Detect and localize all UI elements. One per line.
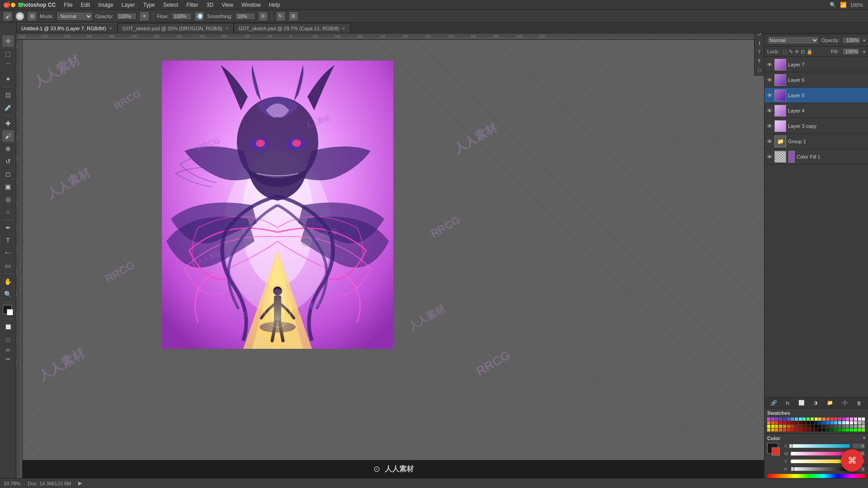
swatch[interactable] (787, 421, 790, 424)
opacity-value[interactable] (842, 37, 860, 44)
swatch[interactable] (799, 428, 802, 432)
zoom-tool[interactable]: 🔍 (2, 288, 14, 300)
foreground-color[interactable] (3, 305, 12, 314)
swatch[interactable] (846, 425, 849, 428)
swatch[interactable] (787, 425, 790, 428)
pen-tool[interactable]: ✒ (2, 222, 14, 234)
layer-link-btn[interactable]: 🔗 (769, 399, 779, 407)
swatch[interactable] (787, 428, 790, 432)
swatch[interactable] (842, 428, 845, 432)
lasso-tool[interactable]: ⌒ (2, 61, 14, 72)
crop-tool[interactable]: ⊡ (2, 89, 14, 101)
swatch[interactable] (791, 421, 794, 424)
swatch[interactable] (838, 418, 841, 421)
menu-filter[interactable]: Filter (183, 1, 202, 9)
menu-window[interactable]: Window (238, 1, 264, 9)
menu-image[interactable]: Image (94, 1, 117, 9)
layer-adjustment-btn[interactable]: ◑ (811, 399, 820, 407)
flow-input[interactable] (171, 13, 192, 20)
swatch[interactable] (787, 418, 790, 421)
channel-m-track[interactable] (791, 452, 850, 455)
swatch[interactable] (822, 428, 826, 432)
tool-preset-picker[interactable]: 🖌 (3, 11, 13, 21)
swatch[interactable] (807, 421, 810, 424)
menu-layer[interactable]: Layer (118, 1, 139, 9)
swatch[interactable] (850, 418, 853, 421)
panel-icon-info[interactable]: ℹ (755, 39, 764, 47)
layer-row-4[interactable]: 👁 Layer 4 (764, 103, 868, 118)
swatch[interactable] (807, 425, 810, 428)
swatch[interactable] (811, 418, 814, 421)
swatch[interactable] (834, 428, 837, 432)
swatch[interactable] (771, 421, 774, 424)
swatch[interactable] (783, 421, 786, 424)
swatch[interactable] (802, 421, 806, 424)
fill-arrow[interactable]: ▾ (863, 49, 865, 54)
menu-help[interactable]: Help (265, 1, 284, 9)
swatch[interactable] (854, 428, 857, 432)
swatch[interactable] (771, 425, 774, 428)
background-color[interactable] (7, 309, 13, 315)
color-panel-arrow[interactable]: ▾ (863, 436, 865, 441)
swatch[interactable] (795, 418, 798, 421)
gradient-tool[interactable]: ▣ (2, 181, 14, 192)
swatch[interactable] (807, 418, 810, 421)
brush-symmetry-btn[interactable]: ⊞ (288, 11, 298, 21)
blend-mode-select[interactable]: Normal Multiply Screen Overlay (767, 36, 819, 44)
swatch[interactable] (858, 421, 861, 424)
layer-row-6[interactable]: 👁 Layer 6 (764, 72, 868, 88)
swatch[interactable] (807, 428, 810, 432)
swatch[interactable] (815, 421, 818, 424)
panel-icon-T[interactable]: T (755, 48, 764, 56)
swatch[interactable] (799, 421, 802, 424)
swatch[interactable] (767, 421, 770, 424)
fill-value[interactable] (842, 48, 859, 55)
swatch[interactable] (854, 418, 857, 421)
lock-all[interactable]: 🔒 (807, 49, 813, 55)
smoothing-settings-btn[interactable]: ⚙ (258, 11, 268, 21)
color-pair[interactable] (3, 305, 14, 316)
swatch[interactable] (842, 421, 845, 424)
layer-5-visibility[interactable]: 👁 (766, 92, 773, 99)
swatch[interactable] (846, 428, 849, 432)
layer-row-colorfill[interactable]: 👁 Color Fill 1 (764, 149, 868, 164)
tab-2-close[interactable]: ✕ (342, 26, 345, 31)
close-dot[interactable] (4, 3, 8, 7)
swatch[interactable] (811, 428, 814, 432)
panel-icon-char[interactable]: ¶ (755, 57, 764, 65)
airbrush-btn[interactable]: 💨 (194, 11, 204, 21)
swatch[interactable] (802, 425, 806, 428)
selection-tool[interactable]: ⬚ (2, 48, 14, 60)
channel-k-track[interactable] (791, 467, 850, 471)
swatch[interactable] (795, 428, 798, 432)
swatch[interactable] (775, 425, 778, 428)
layer-row-7[interactable]: 👁 Layer 7 (764, 57, 868, 72)
swatch[interactable] (775, 428, 778, 432)
layer-new-btn[interactable]: ➕ (840, 399, 850, 407)
layer-4-visibility[interactable]: 👁 (766, 108, 773, 114)
swatch[interactable] (811, 421, 814, 424)
swatch[interactable] (858, 425, 861, 428)
swatch[interactable] (767, 428, 770, 432)
swatch[interactable] (862, 428, 865, 432)
swatch[interactable] (838, 428, 841, 432)
brush-angle-btn[interactable]: ↻ (276, 11, 286, 21)
swatch[interactable] (815, 418, 818, 421)
swatch[interactable] (834, 425, 837, 428)
lock-artboard[interactable]: ⊡ (801, 49, 805, 55)
system-icon-search[interactable]: 🔍 (830, 2, 836, 8)
swatch[interactable] (830, 421, 834, 424)
channel-c-value[interactable] (852, 443, 865, 449)
menu-3d[interactable]: 3D (203, 1, 217, 9)
screen-mode-btn[interactable]: ▢ (2, 333, 14, 345)
opacity-jitter-btn[interactable]: ✦ (139, 11, 149, 21)
swatch[interactable] (842, 418, 845, 421)
swatch[interactable] (815, 425, 818, 428)
menu-select[interactable]: Select (160, 1, 182, 9)
status-arrow[interactable]: ▶ (78, 480, 82, 486)
swatch[interactable] (822, 425, 826, 428)
menu-view[interactable]: View (218, 1, 237, 9)
swatch[interactable] (834, 421, 837, 424)
lock-transparent[interactable]: ⬚ (783, 49, 787, 55)
swatch[interactable] (767, 418, 770, 421)
